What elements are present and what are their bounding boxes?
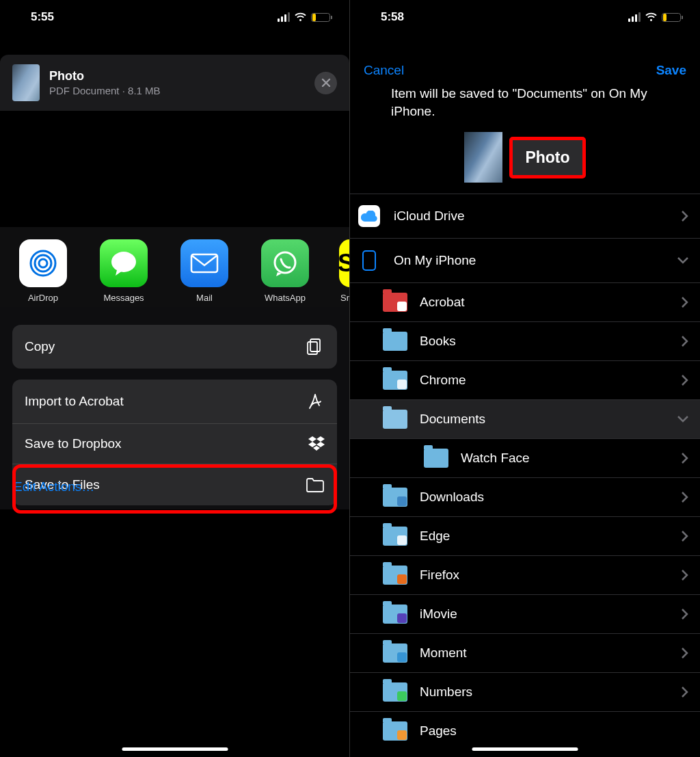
cellular-icon	[628, 12, 641, 22]
action-list: Copy Import to Acrobat Save to Dropbox S…	[0, 307, 349, 509]
folder-icon	[383, 410, 407, 429]
chevron-right-icon	[681, 452, 689, 464]
edit-actions-button[interactable]: Edit Actions…	[12, 464, 337, 509]
svg-rect-7	[308, 342, 317, 354]
svg-point-1	[35, 255, 51, 271]
folder-label: Acrobat	[420, 295, 669, 310]
acrobat-icon	[306, 392, 325, 411]
location-label: iCloud Drive	[394, 209, 669, 224]
app-label: AirDrop	[28, 293, 58, 303]
chevron-right-icon	[681, 530, 689, 542]
folder-watch-face[interactable]: Watch Face	[350, 439, 700, 478]
file-title: Photo	[49, 69, 161, 83]
save-dropbox-action[interactable]: Save to Dropbox	[12, 424, 337, 464]
mail-icon	[180, 239, 228, 287]
close-button[interactable]	[314, 72, 337, 94]
folder-icon	[306, 477, 325, 493]
chevron-right-icon	[681, 608, 689, 620]
svg-point-3	[111, 252, 136, 272]
folder-edge[interactable]: Edge	[350, 517, 700, 556]
share-app-airdrop[interactable]: AirDrop	[16, 239, 70, 303]
folder-icon	[383, 682, 407, 702]
whatsapp-icon	[261, 239, 309, 287]
share-app-whatsapp[interactable]: WhatsApp	[258, 239, 312, 303]
share-sheet-header: Photo PDF Document · 8.1 MB	[0, 55, 349, 111]
folder-pages[interactable]: Pages	[350, 712, 700, 750]
folder-label: Watch Face	[461, 451, 669, 466]
folder-books[interactable]: Books	[350, 322, 700, 361]
share-app-messages[interactable]: Messages	[97, 239, 150, 303]
folder-firefox[interactable]: Firefox	[350, 556, 700, 595]
svg-rect-6	[310, 339, 320, 351]
chevron-right-icon	[681, 491, 689, 503]
folder-downloads[interactable]: Downloads	[350, 478, 700, 517]
action-label: Import to Acrobat	[25, 394, 124, 409]
close-icon	[321, 78, 331, 88]
home-indicator[interactable]	[472, 747, 578, 751]
action-label: Copy	[25, 339, 55, 354]
folder-acrobat[interactable]: Acrobat	[350, 283, 700, 322]
folder-icon	[383, 488, 407, 507]
share-app-more[interactable]: S Sn	[339, 239, 350, 303]
on-my-iphone-row[interactable]: On My iPhone	[350, 239, 700, 283]
folder-icon	[383, 605, 407, 624]
folder-icon	[383, 566, 407, 585]
folder-icon	[383, 371, 407, 390]
svg-point-0	[39, 259, 47, 267]
folder-label: Numbers	[420, 685, 669, 700]
folder-icon	[383, 293, 407, 312]
chevron-right-icon	[681, 335, 689, 347]
share-app-mail[interactable]: Mail	[178, 239, 231, 303]
status-time: 5:58	[381, 10, 404, 24]
preview-gap	[0, 111, 349, 227]
airdrop-icon	[19, 239, 67, 287]
copy-icon	[306, 337, 325, 356]
icloud-drive-row[interactable]: iCloud Drive	[350, 194, 700, 239]
filename-input[interactable]: Photo	[509, 137, 585, 178]
file-subtitle: PDF Document · 8.1 MB	[49, 85, 161, 96]
wifi-icon	[645, 12, 658, 22]
status-icons	[628, 12, 682, 22]
app-label: Mail	[196, 293, 213, 303]
chevron-right-icon	[681, 210, 689, 222]
folder-documents[interactable]: Documents	[350, 400, 700, 439]
folder-label: Edge	[420, 529, 669, 544]
folder-label: Documents	[420, 412, 664, 427]
chevron-down-icon	[677, 415, 689, 423]
folder-moment[interactable]: Moment	[350, 634, 700, 673]
chevron-right-icon	[681, 647, 689, 659]
folder-icon	[424, 449, 448, 468]
copy-action[interactable]: Copy	[12, 325, 337, 369]
copy-group: Copy	[12, 325, 337, 369]
cancel-button[interactable]: Cancel	[364, 63, 404, 78]
battery-icon	[311, 13, 330, 22]
folder-label: iMovie	[420, 607, 669, 622]
import-acrobat-action[interactable]: Import to Acrobat	[12, 380, 337, 424]
chevron-right-icon	[681, 569, 689, 581]
location-label: On My iPhone	[394, 253, 664, 268]
save-location-message: Item will be saved to "Documents" on On …	[350, 85, 700, 128]
chevron-right-icon	[681, 686, 689, 698]
status-bar: 5:58	[350, 0, 700, 34]
folder-numbers[interactable]: Numbers	[350, 673, 700, 712]
status-icons	[278, 12, 331, 22]
save-to-files-screen: 5:58 Cancel Save Item will be saved to "…	[350, 0, 700, 757]
folder-imovie[interactable]: iMovie	[350, 595, 700, 634]
wifi-icon	[294, 12, 307, 22]
folder-label: Downloads	[420, 490, 669, 505]
location-list: iCloud Drive On My iPhone Acrobat Books …	[350, 194, 700, 750]
action-label: Save to Dropbox	[25, 436, 122, 451]
app-row[interactable]: AirDrop Messages Mail WhatsApp S Sn	[0, 227, 349, 307]
share-sheet-screen: 5:55 Photo PDF Document · 8.1 MB AirDrop	[0, 0, 350, 757]
folder-label: Chrome	[420, 373, 669, 388]
file-thumbnail	[12, 64, 40, 101]
save-button[interactable]: Save	[656, 63, 686, 78]
home-indicator[interactable]	[122, 747, 228, 751]
snap-icon: S	[339, 239, 350, 287]
battery-icon	[662, 13, 681, 22]
folder-chrome[interactable]: Chrome	[350, 361, 700, 400]
chevron-down-icon	[677, 256, 689, 265]
status-bar: 5:55	[0, 0, 349, 34]
icloud-icon	[358, 205, 380, 227]
folder-icon	[383, 721, 407, 741]
